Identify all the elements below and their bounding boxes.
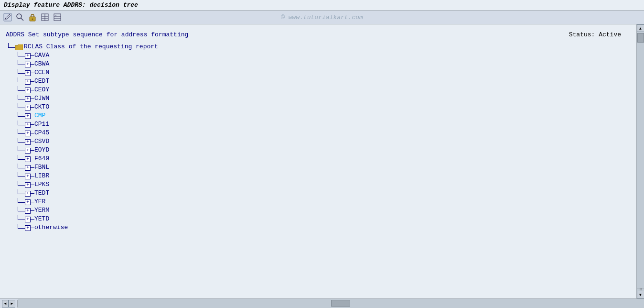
libr-expand[interactable]: + [25,174,31,179]
node-lpks: + LPKS [15,181,631,189]
eoyd-expand[interactable]: + [25,148,31,154]
ckto-expand[interactable]: + [25,105,31,110]
node-ccen: + CCEN [15,69,631,77]
csvd-expand[interactable]: + [25,139,31,145]
node-ckto: + CKTO [15,103,631,112]
cedt-connector [15,77,25,86]
tree-root: ADDRS Set subtype sequence for address f… [2,28,634,234]
root-key-desc: ADDRS Set subtype sequence for address f… [6,30,188,40]
root-key: ADDRS [6,31,24,38]
scroll-track-right[interactable] [637,32,644,288]
scroll-up-arrow[interactable]: ▲ [637,24,644,32]
cmp-connector [15,112,25,121]
node-otherwise: + otherwise [15,224,631,232]
title-text: Display feature ADDRS: decision tree [4,1,138,9]
level2-container: + CAVA + CBWA + CCEN [15,52,631,232]
root-status: Status: Active [569,30,621,40]
node-cbwa: + CBWA [15,60,631,69]
ccen-connector [15,69,25,77]
cp11-expand[interactable]: + [25,122,31,128]
svg-point-4 [32,19,33,20]
cp45-connector [15,129,25,138]
cava-connector [15,52,25,60]
node-cmp: + CMP [15,112,631,121]
ckto-connector [15,103,25,112]
node-f649: + F649 [15,155,631,164]
yetd-connector [15,215,25,224]
checklist-icon[interactable] [53,12,62,22]
cedt-expand[interactable]: + [25,79,31,85]
edit-icon[interactable] [3,12,12,22]
svg-point-1 [17,14,21,19]
node-eoyd: + EOYD [15,146,631,155]
node-cjwn: + CJWN [15,95,631,103]
bottom-bar: ◀ ▶ [0,298,644,308]
content-area: ADDRS Set subtype sequence for address f… [0,24,636,298]
node-tedt: + TEDT [15,189,631,198]
node-ceoy: + CEOY [15,86,631,95]
otherwise-expand[interactable]: + [25,225,31,231]
rclas-row: RCLAS Class of the requesting report [6,43,631,52]
yetd-expand[interactable]: + [25,217,31,222]
csvd-connector [15,138,25,146]
scroll-thumb-right[interactable] [637,33,644,43]
cbwa-connector [15,60,25,69]
toolbar: © www.tutorialkart.com [0,11,644,24]
status-value: Active [599,31,621,38]
cp45-expand[interactable]: + [25,131,31,136]
f649-expand[interactable]: + [25,156,31,162]
bottom-scrollbar[interactable] [18,299,644,308]
cp11-connector [15,121,25,129]
node-fbnl: + FBNL [15,164,631,172]
node-libr: + LIBR [15,172,631,181]
node-cp45: + CP45 [15,129,631,138]
cava-expand[interactable]: + [25,53,31,59]
yerm-connector [15,207,25,215]
ceoy-expand[interactable]: + [25,88,31,93]
otherwise-label: otherwise [34,223,68,233]
rclas-connector [6,43,15,52]
yer-connector [15,198,25,207]
scroll-left-arrow[interactable]: ◀ [2,300,9,308]
scroll-down-arrow[interactable]: ▼ [637,291,644,298]
status-label: Status: [569,31,595,38]
yer-expand[interactable]: + [25,199,31,205]
rclas-folder-icon [15,44,23,50]
lock-icon[interactable] [28,12,37,22]
fbnl-connector [15,164,25,172]
node-yetd: + YETD [15,215,631,224]
scroll-right-arrow[interactable]: ▶ [9,300,15,308]
lpks-expand[interactable]: + [25,182,31,188]
ccen-expand[interactable]: + [25,70,31,76]
table-icon[interactable] [40,12,50,22]
node-yer: + YER [15,198,631,207]
main-wrapper: ADDRS Set subtype sequence for address f… [0,24,644,298]
eoyd-connector [15,146,25,155]
svg-line-2 [21,18,23,21]
tedt-expand[interactable]: + [25,191,31,197]
bottom-left-arrows: ◀ ▶ [0,300,18,308]
otherwise-connector [15,224,25,232]
cbwa-expand[interactable]: + [25,62,31,67]
f649-connector [15,155,25,164]
svg-rect-0 [4,13,11,21]
yerm-expand[interactable]: + [25,208,31,214]
svg-rect-9 [54,14,61,21]
libr-connector [15,172,25,181]
root-status-line: ADDRS Set subtype sequence for address f… [6,30,631,40]
title-bar: Display feature ADDRS: decision tree [0,0,644,11]
bottom-scroll-thumb[interactable] [331,300,350,307]
node-cp11: + CP11 [15,121,631,129]
node-cava: + CAVA [15,52,631,60]
search-icon[interactable] [15,12,25,22]
fbnl-expand[interactable]: + [25,165,31,171]
lpks-connector [15,181,25,189]
node-cedt: + CEDT [15,77,631,86]
cmp-expand[interactable]: + [25,113,31,119]
node-csvd: + CSVD [15,138,631,146]
tedt-connector [15,189,25,198]
cjwn-expand[interactable]: + [25,96,31,102]
toolbar-watermark: © www.tutorialkart.com [281,14,363,21]
root-description: Set subtype sequence for address formatt… [28,31,188,38]
ceoy-connector [15,86,25,95]
